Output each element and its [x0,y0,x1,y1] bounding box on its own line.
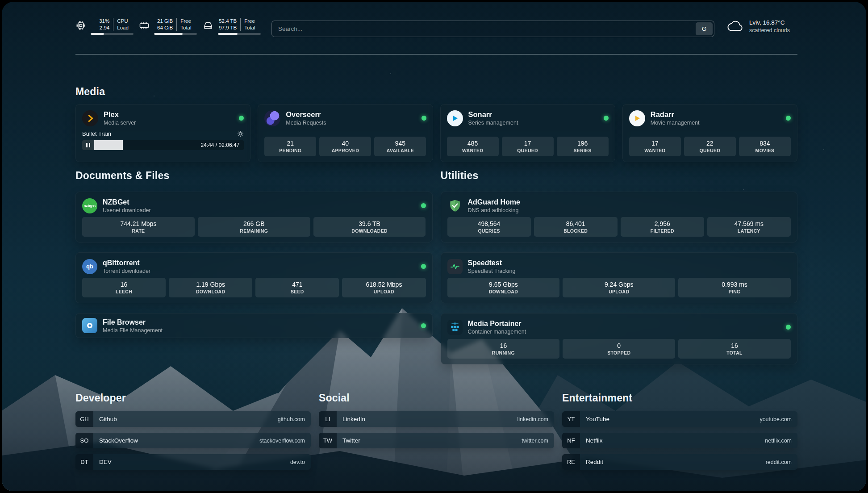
status-dot [786,325,791,330]
bookmark-name: LinkedIn [337,416,365,422]
disk-stat-widget: 52.4 TB 97.9 TB Free Total [203,18,261,35]
memory-free-value: 21 GiB [154,18,173,25]
pause-button[interactable] [82,140,94,150]
bookmark-abbr: GH [75,411,93,427]
adguard-card[interactable]: AdGuard Home DNS and adblocking 498,564Q… [441,192,798,242]
load-label: Load [117,25,134,31]
entertainment-section-title: Entertainment [562,392,797,404]
service-name: qBittorrent [103,258,150,267]
memory-total-value: 64 GiB [154,25,173,31]
bookmark-abbr: TW [319,433,337,448]
radarr-icon [629,110,645,126]
service-description: Container management [468,328,526,335]
status-dot [421,323,426,328]
stat-box: 40APPROVED [319,137,371,156]
header-divider [75,54,797,54]
bookmark-youtube[interactable]: YT YouTube youtube.com [562,411,797,427]
sonarr-card[interactable]: Sonarr Series management 485WANTED 17QUE… [440,104,615,162]
bookmark-url: github.com [278,416,311,422]
status-dot [421,264,426,269]
bookmark-twitter[interactable]: TW Twitter twitter.com [319,433,554,448]
memory-icon [139,20,150,31]
radarr-card[interactable]: Radarr Movie management 17WANTED 22QUEUE… [622,104,797,162]
cpu-load-value: 2.94 [91,25,109,31]
stat-box: 1.19 GbpsDOWNLOAD [169,278,252,297]
search-engine-button[interactable]: G [696,22,713,35]
stat-box: 17WANTED [629,137,681,156]
stat-box: 47.569 msLATENCY [707,217,791,237]
bookmark-reddit[interactable]: RE Reddit reddit.com [562,454,797,470]
sonarr-icon [447,110,463,126]
stat-box: 39.6 TBDOWNLOADED [313,217,426,237]
developer-bookmarks: Developer GH Github github.com SO StackO… [75,392,311,476]
bookmark-stackoverflow[interactable]: SO StackOverflow stackoverflow.com [75,433,311,448]
overseerr-icon [264,110,280,126]
documents-section: Documents & Files nzbget NZBGet Usenet d… [75,170,433,374]
disk-free-value: 52.4 TB [218,18,237,25]
plex-card[interactable]: Plex Media server Bullet Train [75,104,250,162]
speedtest-card[interactable]: Speedtest Speedtest Tracking 9.65 GbpsDO… [441,252,798,303]
service-description: Media Requests [286,119,326,126]
portainer-card[interactable]: Media Portainer Container management 16R… [441,313,798,364]
service-name: Overseerr [286,110,326,119]
stat-box: 834MOVIES [739,137,791,156]
weather-condition: scattered clouds [749,27,790,34]
bookmark-name: Netflix [580,437,603,444]
cpu-progress-bar [91,33,134,35]
settings-gear-icon[interactable] [237,130,244,137]
weather-widget: Lviv, 16.87°C scattered clouds [726,19,790,34]
bookmark-netflix[interactable]: NF Netflix netflix.com [562,433,797,448]
search-input[interactable] [272,25,696,32]
stat-box: 86,401BLOCKED [534,217,618,237]
bookmark-name: Reddit [580,459,603,465]
stat-box: 16TOTAL [678,339,791,359]
cpu-label: CPU [117,18,134,25]
bookmark-abbr: RE [562,454,580,470]
bookmark-name: DEV [93,459,112,465]
playback-time: 24:44 / 02:06:47 [201,140,240,150]
bookmark-url: reddit.com [766,459,797,465]
qbittorrent-card[interactable]: qb qBittorrent Torrent downloader 16LEEC… [75,252,433,303]
bookmark-name: Github [93,416,117,422]
service-name: File Browser [103,318,163,327]
search-bar: G [271,21,714,37]
stat-divider [176,18,177,31]
dashboard-screen: 31% 2.94 CPU Load [2,2,866,491]
adguard-shield-icon [447,198,463,213]
bookmark-url: linkedin.com [517,416,554,422]
weather-location-temp: Lviv, 16.87°C [749,19,790,27]
overseerr-card[interactable]: Overseerr Media Requests 21PENDING 40APP… [258,104,433,162]
bookmark-dev[interactable]: DT DEV dev.to [75,454,311,470]
bookmark-abbr: LI [319,411,337,427]
bookmark-abbr: YT [562,411,580,427]
stat-box: 618.52 MbpsUPLOAD [342,278,426,297]
bookmark-abbr: DT [75,454,93,470]
stat-box: 21PENDING [264,137,316,156]
social-section-title: Social [319,392,554,404]
memory-progress-bar [154,33,197,35]
status-dot [421,116,426,121]
stat-box: 485WANTED [447,137,499,156]
stat-box: 471SEED [255,278,339,297]
nzbget-card[interactable]: nzbget NZBGet Usenet downloader 744.21 M… [75,192,433,242]
stat-box: 498,564QUERIES [447,217,531,237]
stat-divider [240,18,241,31]
status-dot [604,116,609,121]
entertainment-bookmarks: Entertainment YT YouTube youtube.com NF … [562,392,797,476]
bookmark-linkedin[interactable]: LI LinkedIn linkedin.com [319,411,554,427]
documents-section-title: Documents & Files [75,170,433,182]
status-dot [421,203,426,208]
service-description: Torrent downloader [103,267,150,275]
status-dot [786,116,791,121]
stat-box: 945AVAILABLE [374,137,426,156]
portainer-icon [447,320,463,335]
bookmark-github[interactable]: GH Github github.com [75,411,311,427]
media-section-title: Media [75,86,797,98]
filebrowser-card[interactable]: File Browser Media File Management [75,313,433,338]
stat-box: 22QUEUED [684,137,736,156]
disk-free-label: Free [244,18,261,25]
stat-box: 266 GBREMAINING [198,217,310,237]
now-playing-title: Bullet Train [82,130,111,137]
top-bar: 31% 2.94 CPU Load [75,18,797,39]
bookmark-name: Twitter [337,437,360,444]
